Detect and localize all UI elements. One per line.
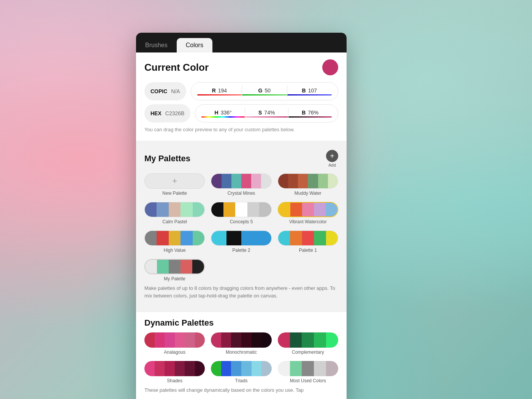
- my-palette-strip: [144, 259, 205, 274]
- dynamic-palettes-title: Dynamic Palettes: [144, 318, 214, 327]
- tab-brushes[interactable]: Brushes: [136, 38, 177, 52]
- segment: [211, 174, 221, 188]
- segment: [326, 231, 338, 245]
- segment: [165, 361, 175, 376]
- segment: [278, 174, 288, 188]
- palette-item-concepts5[interactable]: Concepts 5: [211, 202, 271, 224]
- segment: [241, 174, 251, 188]
- palette-item-high-value[interactable]: High Value: [144, 230, 205, 253]
- dynamic-item-complementary[interactable]: Complementary: [278, 332, 338, 355]
- segment: [278, 361, 290, 376]
- segment: [192, 260, 204, 273]
- palette-item-new[interactable]: + New Palette: [144, 173, 205, 196]
- hex-label: HEX: [150, 110, 162, 116]
- segment: [169, 260, 180, 273]
- dynamic-item-monochromatic[interactable]: Monochromatic: [211, 332, 271, 355]
- dynamic-item-most-used[interactable]: Most Used Colors: [278, 361, 338, 383]
- add-palette-button[interactable]: + Add: [326, 150, 338, 167]
- dynamic-item-shades[interactable]: Shades: [144, 361, 205, 383]
- palette-item-vibrant[interactable]: Vibrant Watercolor: [278, 202, 338, 224]
- palette2-name: Palette 2: [232, 248, 250, 253]
- segment: [180, 260, 192, 273]
- color-preview-circle[interactable]: [322, 59, 338, 75]
- segment: [180, 231, 192, 245]
- segment: [314, 361, 326, 376]
- segment: [180, 202, 192, 217]
- segment: [279, 203, 290, 216]
- b-bar: [287, 94, 332, 95]
- segment: [290, 361, 302, 376]
- segment: [290, 332, 302, 348]
- segment: [308, 174, 318, 188]
- brightness-label: B: [302, 110, 306, 116]
- segment: [155, 361, 165, 376]
- copic-input[interactable]: COPIC N/A: [144, 82, 186, 100]
- palette-item-palette2[interactable]: Palette 2: [211, 230, 271, 253]
- segment: [221, 361, 231, 376]
- segment: [261, 332, 272, 348]
- my-palettes-section: My Palettes + Add + New Palette: [136, 144, 347, 312]
- segment: [145, 231, 157, 245]
- shades-strip: [144, 361, 205, 376]
- palette-item-my-palette[interactable]: My Palette: [144, 259, 205, 281]
- add-icon: +: [326, 150, 338, 162]
- palette-item-muddy-water[interactable]: Muddy Water: [278, 173, 338, 196]
- palette-item-crystal-mines[interactable]: Crystal Mines: [211, 173, 271, 196]
- segment: [326, 332, 338, 348]
- most-used-strip: [278, 361, 338, 376]
- palette2-strip: [211, 230, 271, 246]
- red-field: R 194: [197, 87, 242, 95]
- copic-value: N/A: [171, 88, 180, 94]
- s-value: 74%: [264, 110, 275, 116]
- segment: [314, 203, 326, 216]
- concepts5-name: Concepts 5: [230, 219, 253, 224]
- segment: [290, 231, 302, 245]
- hsb-input[interactable]: H 336° S 74%: [195, 104, 338, 122]
- b-label: B: [302, 87, 306, 94]
- segment: [157, 202, 168, 217]
- triads-strip: [211, 361, 271, 376]
- brightness-bar: [288, 116, 332, 118]
- new-palette-strip: +: [144, 173, 205, 189]
- r-bar: [197, 94, 242, 95]
- monochromatic-name: Monochromatic: [226, 350, 257, 355]
- s-bar: [245, 116, 288, 118]
- high-value-strip: [144, 230, 205, 246]
- segment: [211, 361, 221, 376]
- my-palette-name: My Palette: [164, 276, 185, 281]
- blue-field: B 107: [287, 87, 332, 95]
- segment: [231, 332, 241, 348]
- brightness-field: B 76%: [288, 110, 332, 118]
- segment: [235, 202, 247, 217]
- muddy-water-name: Muddy Water: [294, 191, 321, 196]
- segment: [278, 231, 290, 245]
- dynamic-item-analagous[interactable]: Analagous: [144, 332, 205, 355]
- triads-name: Triads: [235, 378, 248, 383]
- hex-input[interactable]: HEX C2326B: [144, 104, 190, 122]
- palette1-name: Palette 1: [299, 248, 317, 253]
- segment: [211, 332, 221, 348]
- r-value: 194: [218, 87, 227, 94]
- tab-colors[interactable]: Colors: [177, 38, 212, 52]
- my-palettes-header: My Palettes + Add: [144, 150, 338, 167]
- segment: [261, 361, 272, 376]
- complementary-name: Complementary: [292, 350, 324, 355]
- calm-pastel-strip: [144, 202, 205, 217]
- segment: [318, 174, 328, 188]
- palette-item-calm-pastel[interactable]: Calm Pastel: [144, 202, 205, 224]
- segment: [252, 361, 262, 376]
- segment: [195, 332, 205, 348]
- current-color-title: Current Color: [144, 62, 209, 73]
- segment: [223, 202, 235, 217]
- palette-item-palette1[interactable]: Palette 1: [278, 230, 338, 253]
- b-value: 107: [308, 87, 317, 94]
- segment: [326, 361, 338, 376]
- segment: [302, 361, 314, 376]
- dynamic-item-triads[interactable]: Triads: [211, 361, 271, 383]
- rgb-input[interactable]: R 194 G 50: [191, 82, 338, 100]
- segment: [241, 361, 252, 376]
- my-palettes-title: My Palettes: [144, 154, 190, 164]
- shades-name: Shades: [167, 378, 182, 383]
- segment: [259, 202, 271, 217]
- segment: [251, 174, 261, 188]
